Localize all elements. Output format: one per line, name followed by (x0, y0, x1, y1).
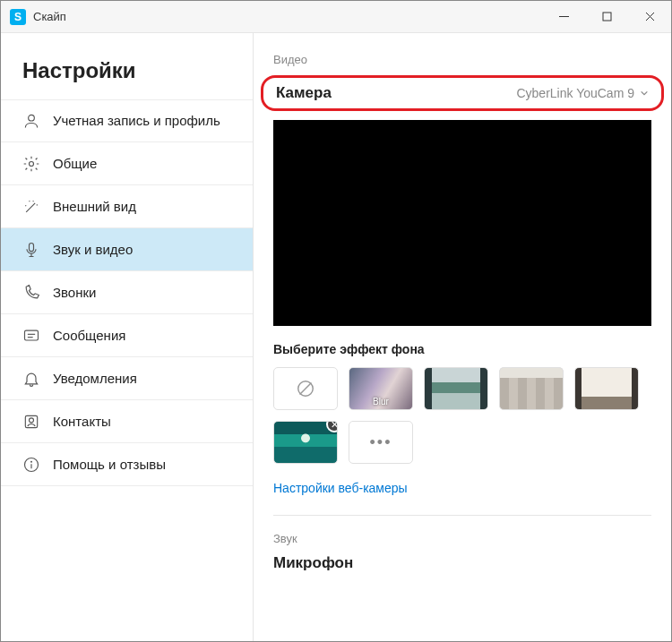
sidebar-item-label: Уведомления (53, 371, 137, 387)
video-preview (273, 120, 651, 326)
contacts-icon (22, 413, 40, 431)
phone-icon (22, 284, 40, 302)
window-controls (542, 1, 671, 32)
svg-point-14 (31, 461, 32, 462)
webcam-settings-link[interactable]: Настройки веб-камеры (273, 481, 408, 495)
camera-name: CyberLink YouCam 9 (516, 86, 634, 100)
sidebar-item-general[interactable]: Общие (1, 142, 253, 185)
info-icon (22, 456, 40, 474)
sidebar-item-help[interactable]: Помощь и отзывы (1, 443, 253, 486)
effect-office-2[interactable] (499, 367, 564, 410)
video-section-header: Видео (273, 53, 651, 66)
blur-label: Blur (349, 397, 412, 407)
svg-point-4 (29, 115, 35, 121)
skype-icon: S (10, 9, 26, 25)
svg-line-16 (300, 383, 312, 395)
close-button[interactable] (628, 1, 671, 32)
sidebar-item-label: Внешний вид (53, 199, 136, 215)
microphone-label: Микрофон (273, 554, 651, 572)
sidebar-item-label: Контакты (53, 414, 111, 430)
sidebar-item-calls[interactable]: Звонки (1, 271, 253, 314)
effect-room[interactable] (574, 367, 639, 410)
sidebar-item-label: Общие (53, 156, 97, 172)
camera-value: CyberLink YouCam 9 (516, 86, 649, 100)
background-effects-grid: Blur ✕ ••• (273, 367, 651, 464)
svg-point-11 (30, 417, 34, 422)
sidebar-item-label: Помощь и отзывы (53, 457, 166, 473)
app-title: Скайп (33, 10, 66, 23)
effect-custom-nature[interactable]: ✕ (273, 421, 338, 464)
camera-selector[interactable]: Камера CyberLink YouCam 9 (261, 75, 664, 111)
effect-none[interactable] (273, 367, 338, 410)
maximize-button[interactable] (585, 1, 628, 32)
sidebar-item-label: Учетная запись и профиль (53, 113, 220, 129)
sidebar-item-audio-video[interactable]: Звук и видео (1, 228, 253, 271)
sidebar-item-label: Сообщения (53, 328, 125, 344)
settings-sidebar: Настройки Учетная запись и профиль Общие… (1, 33, 254, 641)
effect-blur[interactable]: Blur (349, 367, 413, 410)
background-effect-header: Выберите эффект фона (273, 342, 651, 356)
sidebar-item-label: Звук и видео (53, 242, 133, 258)
person-icon (22, 112, 40, 130)
camera-label: Камера (276, 84, 332, 102)
sidebar-item-notifications[interactable]: Уведомления (1, 357, 253, 400)
titlebar: S Скайп (1, 1, 671, 33)
svg-rect-7 (25, 330, 39, 340)
audio-section-header: Звук (273, 532, 651, 545)
minimize-button[interactable] (542, 1, 585, 32)
svg-rect-6 (30, 243, 34, 251)
sidebar-item-messages[interactable]: Сообщения (1, 314, 253, 357)
svg-rect-1 (603, 13, 611, 21)
remove-effect-icon[interactable]: ✕ (326, 421, 338, 432)
sidebar-item-appearance[interactable]: Внешний вид (1, 185, 253, 228)
bell-icon (22, 370, 40, 388)
sidebar-item-contacts[interactable]: Контакты (1, 400, 253, 443)
svg-point-5 (30, 161, 34, 166)
chevron-down-icon (640, 89, 649, 98)
none-icon (296, 379, 315, 398)
effect-add-more[interactable]: ••• (349, 421, 413, 464)
sidebar-item-label: Звонки (53, 285, 96, 301)
message-icon (22, 327, 40, 345)
gear-icon (22, 155, 40, 173)
main-panel: Видео Камера CyberLink YouCam 9 Выберите… (254, 33, 671, 641)
microphone-icon (22, 241, 40, 259)
sidebar-item-account[interactable]: Учетная запись и профиль (1, 99, 253, 142)
divider (273, 515, 651, 516)
effect-office-1[interactable] (424, 367, 488, 410)
settings-title: Настройки (1, 33, 253, 99)
wand-icon (22, 198, 40, 216)
